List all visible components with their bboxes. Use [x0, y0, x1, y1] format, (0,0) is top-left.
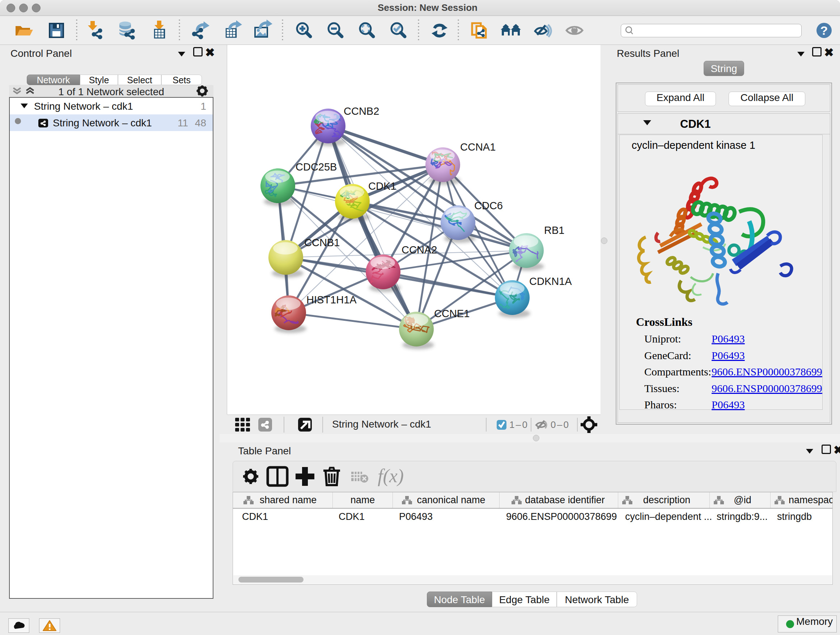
svg-text:CDK1: CDK1 [368, 180, 396, 192]
svg-text:HIST1H1A: HIST1H1A [306, 294, 357, 306]
svg-text:CCNA1: CCNA1 [460, 141, 496, 153]
svg-text:CCNB1: CCNB1 [304, 237, 340, 249]
svg-text:f(x): f(x) [378, 466, 404, 486]
svg-text:CDC25B: CDC25B [295, 161, 337, 173]
svg-text:?: ? [821, 24, 828, 37]
svg-text:1 – 0: 1 – 0 [509, 419, 527, 430]
svg-text:RB1: RB1 [544, 225, 564, 236]
svg-text:CDC6: CDC6 [474, 200, 503, 211]
svg-text:0 – 0: 0 – 0 [551, 419, 569, 430]
svg-text:CCNA2: CCNA2 [401, 244, 437, 256]
svg-text:CCNE1: CCNE1 [434, 308, 470, 319]
svg-text:CCNB2: CCNB2 [344, 105, 379, 117]
svg-text:CDKN1A: CDKN1A [529, 276, 572, 287]
